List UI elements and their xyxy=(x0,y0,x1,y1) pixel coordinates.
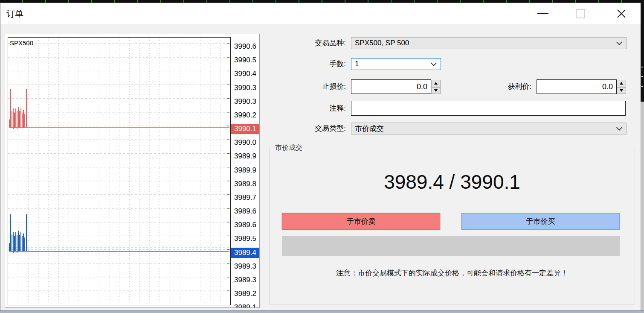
symbol-value: SPX500, SP 500 xyxy=(355,39,409,47)
take-profit-input[interactable] xyxy=(537,79,617,94)
market-execution-group: 市价成交 3989.4 / 3990.1 于市价卖 于市价买 注意：市价交易模式… xyxy=(269,148,635,305)
background-glyph xyxy=(641,67,643,67)
background-glyph xyxy=(641,86,643,87)
take-profit-spinner xyxy=(617,80,626,94)
comment-input[interactable] xyxy=(351,101,626,116)
price-axis-label: 3990.3 xyxy=(231,97,260,107)
comment-label: 注释: xyxy=(282,101,346,116)
order-type-label: 交易类型: xyxy=(282,123,346,135)
stop-loss-label: 止损价: xyxy=(282,79,346,94)
chevron-down-icon xyxy=(431,60,437,66)
price-axis-label: 3989.5 xyxy=(231,234,260,244)
buy-by-market-button[interactable]: 于市价买 xyxy=(461,213,620,230)
price-axis-label: 3990.6 xyxy=(231,41,260,52)
symbol-combobox[interactable]: SPX500, SP 500 xyxy=(351,37,627,49)
screen: 订单 SPX500 3990.63990.53990.43990.33990.3… xyxy=(0,0,644,313)
tick-chart-panel: SPX500 3990.63990.53990.43990.33990.3399… xyxy=(5,34,260,308)
order-type-combobox[interactable]: 市价成交 xyxy=(351,123,627,135)
close-icon xyxy=(616,9,627,19)
price-axis-label: 3989.7 xyxy=(231,193,260,203)
triangle-up-icon xyxy=(620,82,623,85)
spin-up-button[interactable] xyxy=(431,80,441,87)
triangle-up-icon xyxy=(434,82,438,85)
group-title: 市价成交 xyxy=(273,143,305,152)
price-axis-bid-chip: 3989.4 xyxy=(231,248,260,258)
price-axis-label: 3990.0 xyxy=(231,137,260,148)
triangle-down-icon xyxy=(620,89,623,92)
order-dialog: 订单 SPX500 3990.63990.53990.43990.33990.3… xyxy=(0,3,641,310)
price-axis-label: 3990.4 xyxy=(231,69,260,79)
spin-up-button[interactable] xyxy=(617,80,626,87)
price-axis-label: 3989.9 xyxy=(231,165,260,176)
background-app-strip-bottom xyxy=(0,310,644,313)
order-type-value: 市价成交 xyxy=(355,124,384,134)
price-axis-label: 3989.9 xyxy=(231,151,260,161)
stop-loss-input[interactable] xyxy=(351,79,431,94)
volume-combobox[interactable]: 1 xyxy=(351,58,441,70)
execution-note: 注意：市价交易模式下的实际成交价格，可能会和请求价格有一定差异！ xyxy=(270,268,635,278)
minimize-button[interactable] xyxy=(533,3,553,24)
background-glyph xyxy=(641,76,643,77)
tick-chart-svg xyxy=(8,38,229,304)
dialog-title: 订单 xyxy=(6,3,23,24)
stop-loss-spinner xyxy=(431,80,441,94)
price-axis-label: 3990.3 xyxy=(231,83,260,93)
price-axis-label: 3989.1 xyxy=(231,302,260,308)
price-axis-label: 3990.2 xyxy=(231,110,260,120)
symbol-label: 交易品种: xyxy=(282,37,346,49)
price-axis-ask-chip: 3990.1 xyxy=(231,124,260,134)
chart-symbol-label: SPX500 xyxy=(10,39,33,47)
price-axis-label: 3989.6 xyxy=(231,220,260,230)
volume-value: 1 xyxy=(355,60,359,68)
price-axis-label: 3989.2 xyxy=(231,289,260,299)
background-app-strip-right xyxy=(641,3,644,102)
spin-down-button[interactable] xyxy=(431,87,441,94)
maximize-icon xyxy=(576,9,585,18)
price-axis-label: 3989.3 xyxy=(231,275,260,285)
triangle-down-icon xyxy=(434,89,438,92)
price-axis-label: 3989.3 xyxy=(231,261,260,272)
title-bar[interactable]: 订单 xyxy=(0,3,641,24)
price-axis-label: 3989.6 xyxy=(231,206,260,216)
spin-down-button[interactable] xyxy=(617,87,626,94)
disabled-action-bar xyxy=(282,236,620,256)
minimize-icon xyxy=(537,13,548,14)
take-profit-label: 获利价: xyxy=(467,79,531,94)
sell-by-market-button[interactable]: 于市价卖 xyxy=(282,213,440,230)
close-button[interactable] xyxy=(612,3,631,24)
price-axis-label: 3989.8 xyxy=(231,179,260,189)
maximize-button[interactable] xyxy=(571,3,590,24)
bid-ask-quote: 3989.4 / 3990.1 xyxy=(270,170,635,193)
volume-label: 手数: xyxy=(282,58,346,70)
price-axis: 3990.63990.53990.43990.33990.33990.23990… xyxy=(231,34,260,308)
background-scrollbar-strip[interactable] xyxy=(641,102,644,310)
price-axis-label: 3990.5 xyxy=(231,55,260,65)
chevron-down-icon xyxy=(616,39,622,45)
tick-chart-plot xyxy=(8,37,231,305)
chevron-down-icon xyxy=(616,125,622,131)
